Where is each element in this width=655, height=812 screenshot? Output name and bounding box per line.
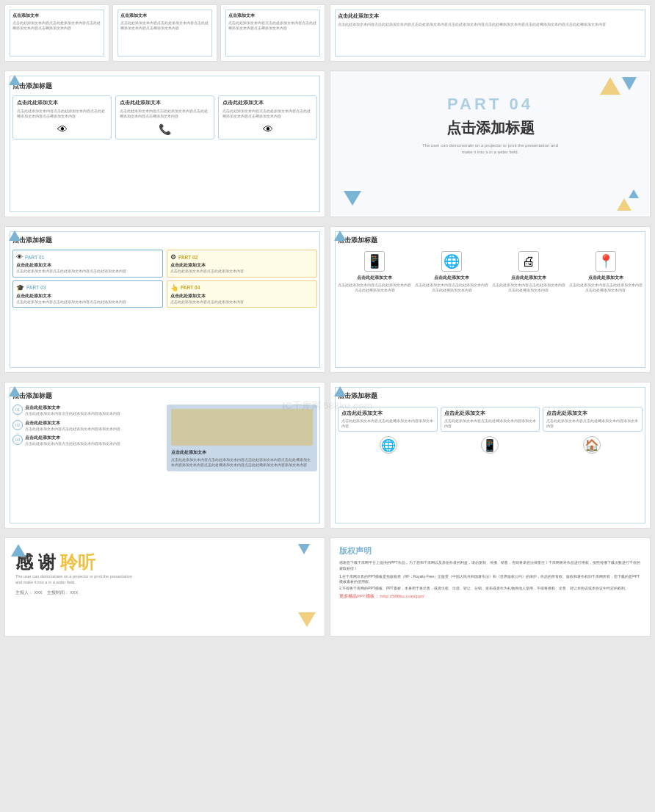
part-item-3: 🎓 PART 03 点击此处添加文本 点击此处添加文本内容点击此处添加文本内容点…	[12, 280, 163, 308]
part-icon: 🎓	[16, 284, 24, 291]
slide-title: 点击添加文本	[12, 12, 101, 19]
box-2: 点击此处添加文本 点击此处添加文本内容点击此处稀添加文本内容添加文本内容	[441, 407, 540, 432]
box-title: 点击此处添加文本	[546, 410, 639, 417]
slide-text-1: 点击添加文本 点击此处添加文本内容点击此处添加文本内容点击此处稀添加文本内容点击…	[4, 4, 109, 62]
part-icon: 👁	[16, 253, 23, 261]
part-label: PART 03	[26, 285, 46, 290]
num-title: 点击此处添加文本	[25, 435, 120, 441]
part-body: 点击此处添加文本内容点击此处添加文本内容	[170, 269, 314, 274]
image-placeholder	[171, 409, 313, 446]
part-item-2: ⚙ PART 02 点击此处添加文本 点击此处添加文本内容点击此处添加文本内容	[167, 250, 317, 278]
card-icon: 👁	[222, 123, 313, 135]
copyright-title: 版权声明	[339, 545, 641, 557]
triangle-icon	[9, 386, 21, 396]
part-badge: PART 04	[342, 95, 638, 114]
icon-box: 🖨	[518, 251, 539, 272]
num-title: 点击此处添加文本	[25, 405, 120, 411]
box-title: 点击此处添加文本	[341, 410, 434, 417]
icon-box: 📱	[364, 251, 385, 272]
copyright-item1: 1.在千库网出售的PPT模板是免版税类（RF：Royalty-Free）正版受《…	[339, 574, 641, 584]
slide-part04: PART 04 点击添加标题 The user can demonstrate …	[330, 70, 651, 217]
part-subtitle: The user can demonstrate on a projector …	[417, 142, 564, 156]
date-value: XXX	[70, 590, 78, 595]
part-body: 点击此处添加文本内容点击此处添加文本内容点击此处添加文本内容	[16, 300, 159, 305]
image-text-title: 点击此处添加文本	[171, 449, 313, 456]
card-icon: 👁	[17, 123, 107, 135]
triangle-yellow-top	[600, 77, 620, 95]
icon-item-4: 📍 点击此处添加文本 点击此处添加文本内容点击此处添加文本内容点击此处稀添加文本…	[568, 251, 643, 292]
card-icon: 📞	[120, 123, 210, 135]
link-label: 更多精品PPT模板：	[339, 594, 379, 598]
num-item-1: 01 点击此处添加文本 点击此处添加文本内容点击此处添加文本内容添加文本内容	[12, 405, 163, 416]
part-icon: 👆	[170, 284, 178, 291]
slide-body: 点击此处添加文本内容点击此处添加文本内容点击此处添加文本内容点击此处添加文本内容…	[338, 22, 643, 27]
copyright-link: 更多精品PPT模板： http://588ku.com/ppt/	[339, 593, 641, 600]
card-title: 点击此处添加文本	[120, 100, 210, 106]
part-body: 点击此处添加文本内容点击此处添加文本内容点击此处添加文本内容	[16, 269, 159, 274]
thanks-title: 感 谢 聆听	[15, 553, 314, 572]
slide-thanks: 感 谢 聆听 The user can demonstrate on a pro…	[4, 537, 325, 637]
num-title: 点击此处添加文本	[25, 420, 120, 427]
part-label: PART 04	[181, 285, 200, 290]
card-2: 点击此处添加文本 点击此处添加文本内容点击此处添加文本内容点击此处稀添加文本内容…	[115, 95, 214, 139]
box-body: 点击此处添加文本内容点击此处稀添加文本内容添加文本内容	[444, 418, 537, 428]
icon-box: 📍	[596, 251, 616, 272]
box-title: 点击此处添加文本	[444, 410, 537, 417]
section-title: 点击添加标题	[338, 236, 643, 245]
slide-text-3: 点击添加文本 点击此处添加文本内容点击此处添加文本内容点击此处稀添加文本内容点击…	[220, 4, 325, 62]
part-icon: ⚙	[170, 253, 176, 261]
section-title: 点击添加标题	[338, 391, 643, 401]
part-item-4: 👆 PART 04 点击此处添加文本 点击此处添加文本内容点击此处添加文本内容	[167, 280, 317, 308]
triangle-top-right	[298, 544, 310, 554]
part-title: 点击此处添加文本	[16, 262, 159, 269]
card-body: 点击此处添加文本内容点击此处添加文本内容点击此处稀添加文本内容点击稀添加文本内容	[120, 109, 210, 119]
icon-box: 🌐	[441, 251, 462, 272]
part-title: 点击此处添加文本	[170, 293, 314, 300]
slide-text-2: 点击添加文本 点击此处添加文本内容点击此处添加文本内容点击此处稀添加文本内容点击…	[112, 4, 217, 62]
author-value: XXX	[35, 590, 43, 595]
card-3: 点击此处添加文本 点击此处添加文本内容点击此处添加文本内容点击此处稀添加文本内容…	[218, 95, 317, 139]
slide-parts-list: 点击添加标题 👁 PART 01 点击此处添加文本 点击此处添加文本内容点击此处…	[4, 226, 325, 373]
triangle-yellow-bottom-right	[617, 198, 632, 211]
part-body: 点击此处添加文本内容点击此处添加文本内容	[170, 300, 314, 305]
bottom-icon-2: 📱	[481, 436, 499, 454]
triangle-top-left	[11, 544, 26, 557]
card-title: 点击此处添加文本	[17, 100, 107, 106]
box-3: 点击此处添加文本 点击此处添加文本内容点击此处稀添加文本内容添加文本内容	[543, 407, 643, 432]
part-label: PART 01	[25, 255, 44, 260]
icon-body: 点击此处添加文本内容点击此处添加文本内容点击此处稀添加文本内容	[415, 283, 489, 292]
part-main-title: 点击添加标题	[342, 118, 638, 138]
box-body: 点击此处添加文本内容点击此处稀添加文本内容添加文本内容	[546, 418, 639, 428]
num-badge: 02	[12, 420, 23, 430]
slide-title: 点击添加文本	[228, 12, 317, 19]
part-title: 点击此处添加文本	[170, 262, 314, 269]
icon-title: 点击此处添加文本	[492, 275, 566, 281]
triangle-icon	[9, 231, 21, 241]
slide-body: 点击此处添加文本内容点击此处添加文本内容点击此处稀添加文本内容点击稀添加文本内容	[228, 21, 317, 30]
icon-title: 点击此处添加文本	[415, 275, 489, 281]
date-label: 主报时间：	[47, 590, 69, 595]
slide-title: 点击添加文本	[120, 12, 209, 19]
card-1: 点击此处添加文本 点击此处添加文本内容点击此处添加文本内容点击此处稀添加文本内容…	[12, 95, 112, 139]
triangle-blue-bottom-left	[344, 191, 361, 206]
triangle-icon	[9, 75, 21, 85]
icon-title: 点击此处添加文本	[568, 275, 643, 281]
slide-numbered: 点击添加标题 01 点击此处添加文本 点击此处添加文本内容点击此处添加文本内容添…	[4, 382, 325, 529]
slide-title: 点击此处添加文本	[338, 12, 643, 20]
num-body: 点击此处添加文本内容点击此处添加文本内容添加文本内容	[25, 427, 120, 432]
image-panel: 点击此处添加文本 点击此处添加文本内容点击此处添加文本内容点击此处添加文本内容点…	[167, 405, 317, 471]
slide-copyright: 版权声明 感谢您下载千库网平台上提供的PPT作品，为了您和千库网以及原创作者的利…	[330, 537, 651, 637]
triangle-blue-top	[622, 77, 637, 90]
part-label: PART 02	[178, 255, 198, 260]
num-body: 点击此处添加文本内容点击此处添加文本内容添加文本内容	[25, 441, 120, 446]
icon-title: 点击此处添加文本	[338, 275, 412, 281]
part-item-1: 👁 PART 01 点击此处添加文本 点击此处添加文本内容点击此处添加文本内容点…	[12, 250, 163, 278]
copyright-item2: 2.不得将千库网的PPT模板、PPT素材，本身用于再出售，或者出租、出借、转让、…	[339, 586, 641, 591]
thanks-text-2: 聆听	[60, 552, 95, 572]
box-body: 点击此处添加文本内容点击此处稀添加文本内容添加文本内容	[341, 418, 434, 428]
author-label: 主报人：	[15, 590, 33, 595]
slide-body: 点击此处添加文本内容点击此处添加文本内容点击此处稀添加文本内容点击稀添加文本内容	[120, 21, 209, 30]
slide-text-block: 点击此处添加文本 点击此处添加文本内容点击此处添加文本内容点击此处添加文本内容点…	[330, 4, 651, 62]
bottom-icon-1: 🌐	[380, 436, 397, 454]
icon-item-1: 📱 点击此处添加文本 点击此处添加文本内容点击此处添加文本内容点击此处稀添加文本…	[338, 251, 412, 292]
